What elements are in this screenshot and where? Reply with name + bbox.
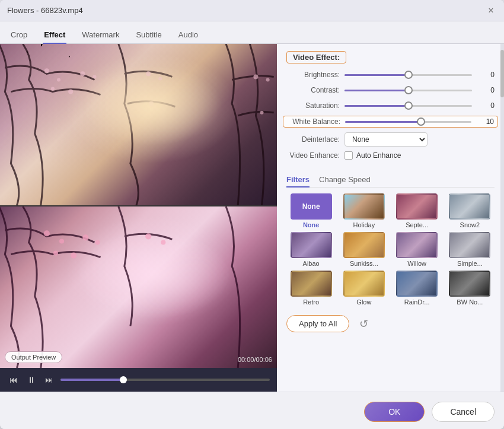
svg-point-16 bbox=[82, 234, 88, 240]
brightness-fill bbox=[344, 74, 409, 76]
video-preview-top bbox=[0, 44, 277, 205]
tab-audio[interactable]: Audio bbox=[177, 27, 199, 44]
window-title: Flowers - 66823v.mp4 bbox=[7, 6, 83, 15]
filter-label-sunkiss: Sunkiss... bbox=[350, 260, 378, 267]
brightness-thumb[interactable] bbox=[404, 71, 413, 79]
svg-point-14 bbox=[44, 230, 50, 236]
deinterlace-select[interactable]: None Yadif Yadif2x bbox=[344, 132, 428, 147]
filter-thumb-raindr bbox=[396, 271, 438, 297]
filter-none-label-inside: None bbox=[302, 202, 320, 211]
right-panel: Video Effect: Brightness: 0 Contrast: bbox=[277, 44, 504, 392]
svg-point-18 bbox=[53, 251, 58, 256]
scrollbar-track[interactable] bbox=[500, 44, 504, 392]
svg-rect-13 bbox=[0, 206, 277, 368]
apply-to-all-button[interactable]: Apply to All bbox=[286, 315, 349, 332]
filter-sunkiss[interactable]: Sunkiss... bbox=[339, 232, 388, 267]
enhance-row: Video Enhance: Auto Enhance bbox=[286, 151, 495, 160]
contrast-row: Contrast: 0 bbox=[286, 85, 495, 96]
filters-grid: None None Holiday Septe... Snow2 bbox=[286, 193, 495, 306]
progress-fill bbox=[60, 379, 123, 381]
white-balance-slider[interactable] bbox=[345, 121, 471, 123]
filter-holiday[interactable]: Holiday bbox=[339, 193, 388, 228]
filter-aibao[interactable]: Aibao bbox=[286, 232, 336, 267]
white-balance-fill bbox=[345, 121, 421, 123]
filter-thumb-none: None bbox=[291, 193, 332, 220]
tab-subtitle[interactable]: Subtitle bbox=[135, 27, 162, 44]
prev-button[interactable]: ⏮ bbox=[7, 373, 20, 386]
brightness-label: Brightness: bbox=[286, 71, 340, 79]
close-button[interactable]: × bbox=[485, 5, 497, 17]
nav-tabs: Crop Effect Watermark Subtitle Audio bbox=[0, 21, 504, 44]
svg-point-19 bbox=[71, 253, 76, 259]
ok-button[interactable]: OK bbox=[364, 402, 425, 422]
filter-thumb-snow2 bbox=[449, 193, 490, 220]
video-effect-section: Video Effect: Brightness: 0 Contrast: bbox=[286, 51, 495, 167]
app-window: Flowers - 66823v.mp4 × Crop Effect Water… bbox=[0, 0, 504, 429]
saturation-slider[interactable] bbox=[344, 105, 472, 107]
filter-bwno[interactable]: BW No... bbox=[445, 271, 495, 306]
deinterlace-row: Deinterlace: None Yadif Yadif2x bbox=[286, 132, 495, 147]
tab-watermark[interactable]: Watermark bbox=[81, 27, 120, 44]
filter-label-simple: Simple... bbox=[457, 260, 483, 267]
bottom-actions: Apply to All ↺ bbox=[286, 315, 495, 332]
filter-simple[interactable]: Simple... bbox=[445, 232, 495, 267]
progress-thumb[interactable] bbox=[120, 376, 127, 383]
filter-septe[interactable]: Septe... bbox=[393, 193, 442, 228]
filter-thumb-septe bbox=[396, 193, 438, 220]
filter-thumb-bwno bbox=[449, 271, 490, 297]
filter-label-none: None bbox=[303, 221, 320, 228]
title-bar: Flowers - 66823v.mp4 × bbox=[0, 0, 504, 21]
filter-label-holiday: Holiday bbox=[353, 221, 375, 228]
filter-snow2[interactable]: Snow2 bbox=[445, 193, 495, 228]
saturation-fill bbox=[344, 105, 409, 107]
filter-label-aibao: Aibao bbox=[303, 260, 320, 267]
playback-bar: ⏮ ⏸ ⏭ bbox=[0, 368, 277, 392]
tab-crop[interactable]: Crop bbox=[9, 27, 28, 44]
tab-change-speed[interactable]: Change Speed bbox=[319, 173, 371, 188]
filter-label-retro: Retro bbox=[303, 298, 319, 306]
filter-thumb-simple bbox=[449, 232, 490, 258]
preview-bottom-image bbox=[0, 206, 277, 368]
filter-none[interactable]: None None bbox=[286, 193, 336, 228]
tab-effect[interactable]: Effect bbox=[43, 27, 66, 44]
progress-bar[interactable] bbox=[60, 379, 270, 381]
svg-point-17 bbox=[95, 240, 100, 244]
filter-label-bwno: BW No... bbox=[457, 298, 483, 306]
white-balance-thumb[interactable] bbox=[417, 117, 425, 126]
saturation-row: Saturation: 0 bbox=[286, 100, 495, 111]
refresh-button[interactable]: ↺ bbox=[355, 316, 372, 332]
brightness-slider[interactable] bbox=[344, 74, 472, 76]
svg-point-21 bbox=[161, 240, 165, 244]
white-balance-row: White Balance: 10 bbox=[283, 116, 498, 128]
pause-button[interactable]: ⏸ bbox=[25, 373, 38, 386]
refresh-icon: ↺ bbox=[359, 317, 368, 331]
contrast-thumb[interactable] bbox=[404, 86, 413, 94]
filter-tabs-bar: Filters Change Speed bbox=[286, 173, 495, 188]
saturation-label: Saturation: bbox=[286, 101, 340, 110]
enhance-label: Video Enhance: bbox=[286, 151, 340, 160]
auto-enhance-checkbox[interactable] bbox=[344, 151, 353, 160]
svg-rect-12 bbox=[0, 44, 277, 205]
saturation-thumb[interactable] bbox=[404, 101, 413, 110]
filter-thumb-willow bbox=[396, 232, 438, 258]
contrast-fill bbox=[344, 90, 409, 91]
tab-filters[interactable]: Filters bbox=[286, 173, 310, 188]
cancel-button[interactable]: Cancel bbox=[432, 402, 495, 422]
left-panel: Output Preview 00:00/00:06 ⏮ ⏸ ⏭ bbox=[0, 44, 277, 392]
video-preview-bottom: Output Preview 00:00/00:06 bbox=[0, 206, 277, 368]
filter-willow[interactable]: Willow bbox=[393, 232, 442, 267]
filter-glow[interactable]: Glow bbox=[339, 271, 388, 306]
filter-retro[interactable]: Retro bbox=[286, 271, 336, 306]
filter-raindr[interactable]: RainDr... bbox=[393, 271, 442, 306]
svg-point-20 bbox=[145, 233, 151, 239]
preview-top-image bbox=[0, 44, 277, 205]
filter-thumb-sunkiss bbox=[343, 232, 385, 258]
svg-point-15 bbox=[59, 239, 64, 243]
contrast-slider[interactable] bbox=[344, 90, 472, 91]
filter-label-glow: Glow bbox=[356, 298, 371, 306]
main-content: Output Preview 00:00/00:06 ⏮ ⏸ ⏭ Video E… bbox=[0, 44, 504, 392]
brightness-value: 0 bbox=[477, 71, 495, 79]
next-button[interactable]: ⏭ bbox=[43, 373, 56, 386]
auto-enhance-text: Auto Enhance bbox=[356, 151, 401, 160]
scrollbar-thumb[interactable] bbox=[500, 50, 504, 97]
